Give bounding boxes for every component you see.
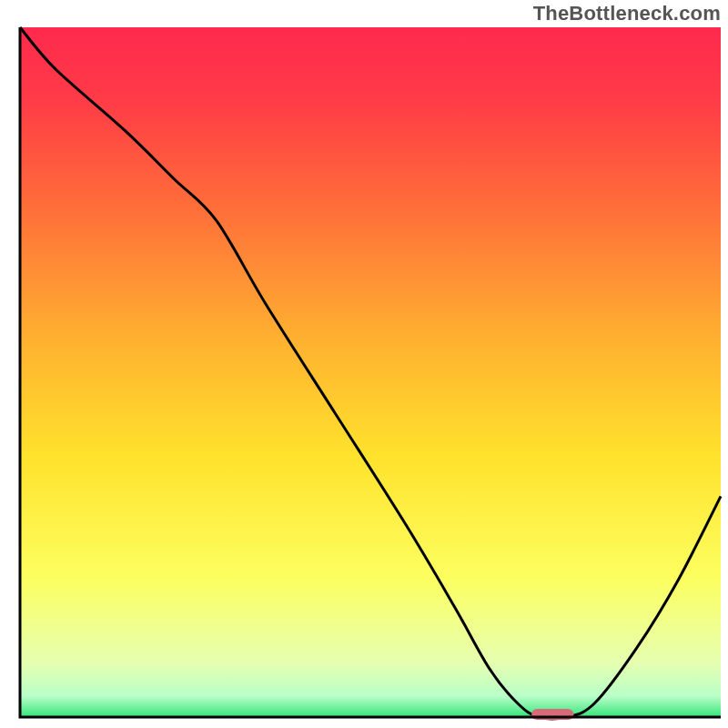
- watermark-text: TheBottleneck.com: [533, 2, 721, 25]
- bottleneck-chart: [0, 0, 728, 728]
